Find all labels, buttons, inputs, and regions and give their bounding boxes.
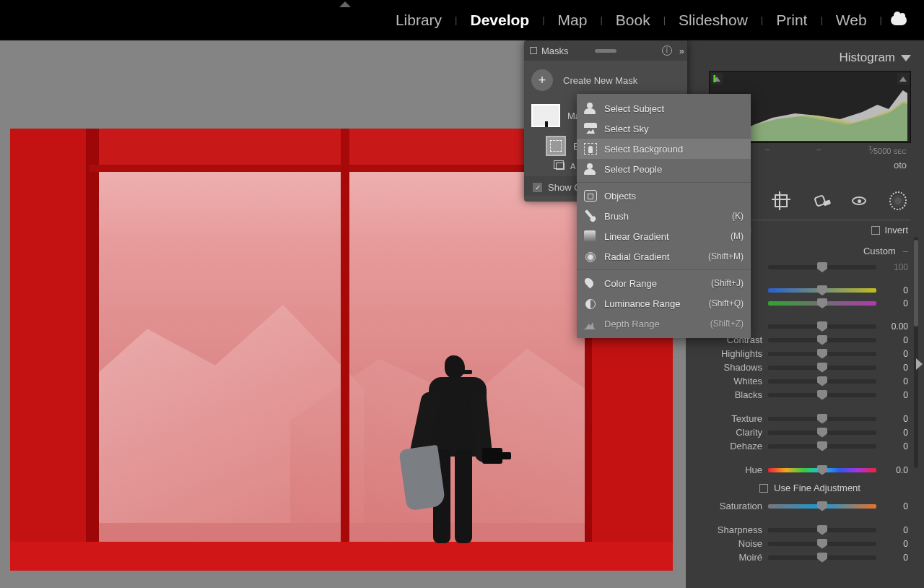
mask-thumbnail[interactable] xyxy=(531,104,560,127)
menu-item-objects[interactable]: Objects xyxy=(577,186,751,206)
component-thumbnail[interactable] xyxy=(546,136,566,156)
slider-track[interactable] xyxy=(768,301,876,306)
slider-track[interactable] xyxy=(768,366,876,370)
collapse-icon[interactable] xyxy=(901,55,911,61)
heal-tool[interactable] xyxy=(811,192,829,209)
slider-value[interactable]: 0 xyxy=(882,285,908,295)
checkbox-icon[interactable] xyxy=(759,484,768,493)
slider-track[interactable] xyxy=(768,393,876,397)
slider-label: Texture xyxy=(712,413,762,424)
moiré-slider[interactable]: Moiré0 xyxy=(712,552,908,563)
slider-track[interactable] xyxy=(768,504,876,509)
menu-item-linear-gradient[interactable]: Linear Gradient(M) xyxy=(577,226,751,246)
menu-item-select-background[interactable]: Select Background xyxy=(577,139,751,159)
panel-pointer-icon xyxy=(339,1,351,7)
slider-value[interactable]: 0 xyxy=(882,501,908,511)
slider-value[interactable]: 0.00 xyxy=(882,321,908,332)
slider-value[interactable]: 0 xyxy=(882,414,908,424)
slider-label: Clarity xyxy=(712,427,762,438)
slider-value[interactable]: 0 xyxy=(882,539,908,549)
invert-toggle[interactable]: Invert xyxy=(871,225,908,235)
sky-icon xyxy=(584,123,597,134)
slider-track[interactable] xyxy=(768,528,876,532)
slider-track[interactable] xyxy=(768,468,876,472)
duplicate-icon[interactable] xyxy=(556,163,565,170)
tool-strip xyxy=(772,192,907,209)
nav-web[interactable]: Web xyxy=(826,12,877,29)
nav-map[interactable]: Map xyxy=(548,12,598,29)
amount-custom-label[interactable]: Custom xyxy=(863,246,896,256)
slider-value[interactable]: 0 xyxy=(882,390,908,400)
nav-print[interactable]: Print xyxy=(766,12,817,29)
nav-book[interactable]: Book xyxy=(606,12,661,29)
fine-adjustment-toggle[interactable]: Use Fine Adjustment xyxy=(712,478,908,498)
menu-item-select-people[interactable]: Select People xyxy=(577,159,751,179)
slider-track[interactable] xyxy=(768,431,876,435)
checkbox-icon[interactable]: ✓ xyxy=(533,183,542,192)
menu-item-luminance-range[interactable]: Luminance Range(Shift+Q) xyxy=(577,293,751,314)
slider-track[interactable] xyxy=(768,379,876,384)
redeye-tool[interactable] xyxy=(850,192,868,209)
plus-icon[interactable]: + xyxy=(531,69,553,91)
menu-item-select-subject[interactable]: Select Subject xyxy=(577,98,751,118)
texture-slider[interactable]: Texture0 xyxy=(712,413,908,424)
clarity-slider[interactable]: Clarity0 xyxy=(712,427,908,438)
slider-value[interactable]: 0 xyxy=(882,298,908,308)
saturation-slider[interactable]: Saturation0 xyxy=(712,501,908,511)
cloud-sync-icon[interactable] xyxy=(891,15,907,25)
slider-value[interactable]: 0 xyxy=(882,363,908,373)
shadows-slider[interactable]: Shadows0 xyxy=(712,362,908,373)
slider-track[interactable] xyxy=(768,338,876,342)
menu-item-radial-gradient[interactable]: Radial Gradient(Shift+M) xyxy=(577,246,751,267)
slider-value[interactable]: 0 xyxy=(882,525,908,535)
menu-item-brush[interactable]: Brush(K) xyxy=(577,206,751,226)
masks-title: Masks xyxy=(541,46,569,56)
menu-item-select-sky[interactable]: Select Sky xyxy=(577,118,751,139)
slider-value[interactable]: 0.0 xyxy=(882,465,908,475)
slider-value[interactable]: 0 xyxy=(882,441,908,451)
nav-develop[interactable]: Develop xyxy=(460,12,539,29)
people-icon xyxy=(584,163,597,175)
slider-track[interactable] xyxy=(768,352,876,356)
checkbox-icon[interactable] xyxy=(871,226,880,235)
slider-value[interactable]: 0 xyxy=(882,428,908,438)
slider-value[interactable]: 0 xyxy=(882,349,908,359)
rad-icon xyxy=(584,251,597,262)
whites-slider[interactable]: Whites0 xyxy=(712,376,908,386)
slider-label: Saturation xyxy=(712,501,762,511)
blacks-slider[interactable]: Blacks0 xyxy=(712,389,908,400)
crop-tool[interactable] xyxy=(772,192,790,209)
expand-right-icon[interactable] xyxy=(916,358,923,370)
menu-item-color-range[interactable]: Color Range(Shift+J) xyxy=(577,273,751,293)
masking-tool[interactable] xyxy=(889,192,907,209)
slider-value[interactable]: 0 xyxy=(882,376,908,386)
slider-track[interactable] xyxy=(768,542,876,546)
slider-track[interactable] xyxy=(768,288,876,293)
slider-value[interactable]: 0 xyxy=(882,335,908,345)
slider-track[interactable] xyxy=(768,555,876,560)
shortcut-label: (M) xyxy=(731,231,744,241)
hue-slider[interactable]: Hue0.0 xyxy=(712,464,908,475)
drag-handle-icon[interactable] xyxy=(595,49,616,53)
slider-track[interactable] xyxy=(768,324,876,329)
noise-slider[interactable]: Noise0 xyxy=(712,538,908,549)
slider-track[interactable] xyxy=(768,417,876,421)
menu-item-label: Radial Gradient xyxy=(604,251,669,262)
slider-value[interactable]: 0 xyxy=(882,553,908,563)
bg-icon xyxy=(584,143,597,155)
slider-label: Highlights xyxy=(712,348,762,359)
collapse-icon[interactable]: » xyxy=(679,46,681,56)
sharpness-slider[interactable]: Sharpness0 xyxy=(712,524,908,535)
dehaze-slider[interactable]: Dehaze0 xyxy=(712,441,908,451)
nav-library[interactable]: Library xyxy=(385,12,452,29)
masks-panel-header[interactable]: Masks i » xyxy=(524,40,687,61)
slider-track[interactable] xyxy=(768,444,876,449)
visibility-icon[interactable] xyxy=(530,47,537,54)
col-icon xyxy=(584,277,597,289)
panel-scrollbar[interactable] xyxy=(914,237,918,468)
menu-item-label: Color Range xyxy=(604,278,657,289)
brush-icon xyxy=(582,207,599,225)
nav-slideshow[interactable]: Slideshow xyxy=(668,12,758,29)
highlights-slider[interactable]: Highlights0 xyxy=(712,348,908,359)
info-icon[interactable]: i xyxy=(662,46,672,56)
